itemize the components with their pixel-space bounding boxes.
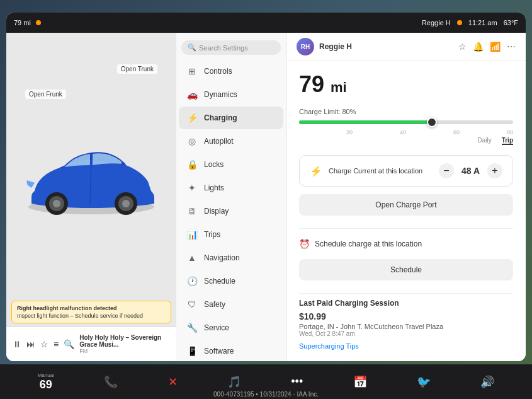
slider-labels: 20 40 60 80 (299, 129, 513, 136)
volume-button[interactable]: 🔊 (480, 375, 494, 389)
schedule-button[interactable]: Schedule (299, 259, 513, 280)
search-bar[interactable]: 🔍 Search Settings (181, 40, 281, 55)
divider-2 (299, 293, 513, 294)
schedule-charge-label: Schedule charge at this location (315, 240, 422, 248)
nav-item-charging[interactable]: ⚡ Charging (179, 107, 283, 129)
decrease-charge-button[interactable]: − (439, 163, 454, 178)
nav-label-autopilot: Autopilot (204, 137, 234, 146)
music-info: Holy Holy Holy – Sovereign Grace Musi...… (79, 334, 170, 354)
close-button[interactable]: ✕ (168, 375, 178, 389)
charge-limit-label: Charge Limit: 80% (299, 108, 513, 115)
nav-label-navigation: Navigation (204, 253, 240, 262)
play-pause-button[interactable]: ⏸ (13, 339, 21, 349)
increase-charge-button[interactable]: + (487, 163, 502, 178)
nav-item-controls[interactable]: ⊞ Controls (179, 60, 283, 83)
last-session-location: Portage, IN - John T. McCutcheon Travel … (299, 323, 513, 330)
last-session-section: Last Paid Charging Session $10.99 Portag… (299, 299, 513, 337)
charge-current-section: ⚡ Charge Current at this location − 48 A… (299, 155, 513, 187)
schedule-clock-icon: ⏰ (299, 239, 310, 249)
slider-fill (299, 120, 432, 124)
charge-current-value: 48 A (461, 166, 480, 176)
alert-title: Right headlight malfunction detected (17, 305, 166, 311)
nav-label-schedule: Schedule (204, 277, 235, 286)
charge-lightning-icon: ⚡ (310, 165, 322, 177)
nav-label-safety: Safety (204, 300, 225, 309)
nav-label-dynamics: Dynamics (204, 90, 237, 99)
equalizer-icon: ≡ (54, 339, 59, 349)
nav-item-display[interactable]: 🖥 Display (179, 200, 283, 223)
last-session-amount: $10.99 (299, 311, 513, 321)
settings-panel: RH Reggie H ☆ 🔔 📶 ⋯ 79 mi (286, 33, 526, 361)
content-body: 79 mi Charge Limit: 80% 20 40 (286, 61, 526, 360)
wifi-icon: 📶 (490, 42, 501, 52)
nav-panel: 🔍 Search Settings ⊞ Controls 🚗 Dynamics … (176, 33, 286, 361)
nav-item-trips[interactable]: 📊 Trips (179, 223, 283, 246)
music-taskbar-button[interactable]: 🎵 (227, 375, 241, 389)
nav-item-locks[interactable]: 🔒 Locks (179, 153, 283, 176)
status-bar: 79 mi Reggie H 11:21 am 63°F (6, 13, 526, 33)
nav-label-service: Service (204, 323, 229, 332)
controls-icon: ⊞ (186, 66, 198, 76)
music-source: FM (79, 348, 170, 354)
dynamics-icon: 🚗 (186, 90, 198, 100)
range-value: 79 (299, 71, 324, 97)
nav-item-dynamics[interactable]: 🚗 Dynamics (179, 83, 283, 106)
nav-label-lights: Lights (204, 183, 224, 192)
car-svg: ⚡ (22, 137, 161, 219)
nav-item-schedule[interactable]: 🕐 Schedule (179, 270, 283, 292)
header-icons: ☆ 🔔 📶 ⋯ (458, 42, 516, 52)
mileage-display: 79 mi (14, 19, 31, 26)
apps-button[interactable]: ••• (291, 375, 303, 388)
last-session-title: Last Paid Charging Session (299, 299, 513, 308)
supercharging-tips-link[interactable]: Supercharging Tips (299, 342, 513, 350)
nav-label-locks: Locks (204, 160, 224, 169)
search-placeholder: Search Settings (199, 44, 248, 52)
schedule-icon: 🕐 (186, 276, 198, 286)
car-visualization: ⚡ (13, 71, 170, 286)
music-title: Holy Holy Holy – Sovereign Grace Musi... (79, 334, 170, 348)
main-content: Open Trunk Open Frunk (6, 33, 526, 361)
nav-item-navigation[interactable]: ▲ Navigation (179, 246, 283, 269)
slider-track[interactable] (299, 120, 513, 124)
music-controls: ⏸ ⏭ ☆ ≡ 🔍 (13, 339, 74, 349)
nav-item-autopilot[interactable]: ◎ Autopilot (179, 130, 283, 153)
search-music-button[interactable]: 🔍 (64, 339, 74, 349)
status-indicator (36, 20, 41, 25)
autopilot-icon: ◎ (186, 136, 198, 146)
nav-item-safety[interactable]: 🛡 Safety (179, 293, 283, 316)
software-icon: 📱 (186, 346, 198, 356)
twitter-button[interactable]: 🐦 (417, 375, 431, 389)
next-track-button[interactable]: ⏭ (26, 339, 35, 349)
bell-icon[interactable]: 🔔 (473, 42, 484, 52)
status-dot-orange (457, 20, 462, 25)
temp-display: 63°F (504, 19, 518, 26)
nav-item-service[interactable]: 🔧 Service (179, 316, 283, 339)
alert-body: Inspect light function – Schedule servic… (17, 313, 166, 319)
phone-button[interactable]: 📞 (104, 375, 118, 389)
last-session-date: Wed, Oct 2 8:47 am (299, 330, 513, 337)
speed-value: 69 (40, 378, 52, 391)
daily-tab[interactable]: Daily (477, 137, 491, 145)
service-icon: 🔧 (186, 323, 198, 333)
calendar-button[interactable]: 📅 (353, 375, 367, 389)
display-icon: 🖥 (186, 206, 198, 216)
slider-thumb[interactable] (427, 117, 437, 127)
trip-tab[interactable]: Trip (502, 137, 513, 145)
music-bar: ⏸ ⏭ ☆ ≡ 🔍 Holy Holy Holy – Sovereign Gra… (6, 327, 176, 361)
footer-text: 000-40731195 • 10/31/2024 - IAA Inc. (213, 391, 319, 398)
star-icon[interactable]: ☆ (458, 42, 467, 52)
nav-item-lights[interactable]: ✦ Lights (179, 176, 283, 199)
nav-item-software[interactable]: 📱 Software (179, 340, 283, 361)
lights-icon: ✦ (186, 183, 198, 193)
safety-icon: 🛡 (186, 299, 198, 309)
charge-limit-section: Charge Limit: 80% 20 40 60 80 (299, 108, 513, 145)
favorite-button[interactable]: ☆ (40, 339, 48, 349)
header-user-name: Reggie H (319, 42, 352, 51)
nav-label-software: Software (204, 347, 234, 356)
divider-1 (299, 228, 513, 229)
open-charge-port-button[interactable]: Open Charge Port (299, 194, 513, 216)
more-icon[interactable]: ⋯ (507, 42, 516, 52)
settings-header: RH Reggie H ☆ 🔔 📶 ⋯ (286, 33, 526, 61)
slider-tabs: Daily Trip (299, 137, 513, 145)
charge-slider-container: 20 40 60 80 Daily Trip (299, 120, 513, 145)
